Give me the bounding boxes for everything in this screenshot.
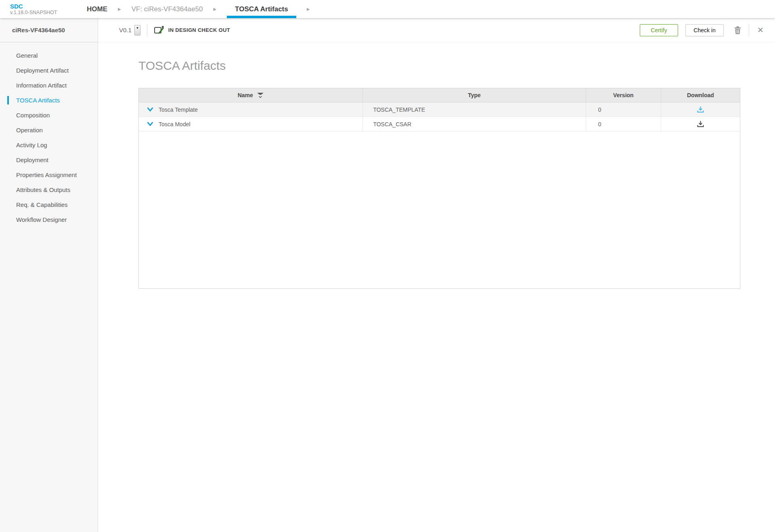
breadcrumb-tosca-artifacts[interactable]: TOSCA Artifacts — [227, 0, 296, 18]
sidebar-item-req-capabilities[interactable]: Req. & Capabilities — [0, 197, 98, 212]
breadcrumb-active-label: TOSCA Artifacts — [235, 5, 288, 13]
artifact-download-cell — [661, 102, 740, 117]
expand-chevron-icon[interactable] — [147, 107, 153, 112]
expand-chevron-icon[interactable] — [147, 122, 153, 127]
download-icon[interactable] — [697, 106, 704, 113]
sub-header: ciRes-VF4364ae50 V0.1 ▼ IN DESIGN CHECK … — [0, 18, 775, 42]
sdc-logo[interactable]: SDC v.1.16.0-SNAPSHOT — [10, 0, 71, 18]
artifact-download-cell — [661, 117, 740, 131]
sidebar-item-attributes-outputs[interactable]: Attributes & Outputs — [0, 182, 98, 197]
main-content: TOSCA Artifacts Name Type Version Downlo… — [98, 42, 775, 532]
version-toolbar: V0.1 ▼ IN DESIGN CHECK OUT Certify Check… — [98, 18, 775, 42]
in-design-checkout-icon — [154, 25, 164, 35]
stepper-down-icon: ▼ — [136, 25, 139, 31]
table-row[interactable]: Tosca Template TOSCA_TEMPLATE 0 — [139, 102, 740, 117]
column-header-version[interactable]: Version — [586, 88, 661, 102]
tosca-artifacts-table: Name Type Version Download — [138, 88, 740, 289]
breadcrumb-vf[interactable]: VF: ciRes-VF4364ae50 — [132, 0, 203, 18]
sidebar-item-tosca-artifacts[interactable]: TOSCA Artifacts — [0, 93, 98, 108]
version-stepper[interactable]: ▼ — [134, 25, 140, 35]
sidebar: General Deployment Artifact Information … — [0, 42, 98, 532]
sidebar-item-information-artifact[interactable]: Information Artifact — [0, 78, 98, 93]
column-header-download[interactable]: Download — [661, 88, 740, 102]
active-tab-underline — [227, 16, 296, 18]
sidebar-item-deployment[interactable]: Deployment — [0, 152, 98, 167]
delete-icon[interactable] — [733, 24, 742, 36]
artifact-version-cell: 0 — [586, 117, 661, 131]
toolbar-divider — [749, 24, 749, 36]
artifact-type-cell: TOSCA_CSAR — [363, 117, 586, 131]
sdc-version-label: v.1.16.0-SNAPSHOT — [10, 10, 71, 15]
sidebar-item-composition[interactable]: Composition — [0, 108, 98, 123]
artifact-version-cell: 0 — [586, 102, 661, 117]
active-item-marker — [7, 96, 9, 104]
sidebar-item-general[interactable]: General — [0, 48, 98, 63]
download-icon[interactable] — [697, 121, 704, 127]
artifact-name-cell: Tosca Model — [139, 117, 363, 131]
sidebar-item-activity-log[interactable]: Activity Log — [0, 138, 98, 152]
check-in-button[interactable]: Check in — [685, 24, 724, 36]
sidebar-item-deployment-artifact[interactable]: Deployment Artifact — [0, 63, 98, 78]
artifact-name: Tosca Template — [159, 106, 198, 113]
breadcrumb-arrow-icon: ▶ — [118, 0, 121, 18]
version-label: V0.1 — [119, 27, 132, 33]
sidebar-item-operation[interactable]: Operation — [0, 123, 98, 138]
sidebar-item-properties-assignment[interactable]: Properties Assignment — [0, 167, 98, 182]
sidebar-item-workflow-designer[interactable]: Workflow Designer — [0, 212, 98, 227]
table-row[interactable]: Tosca Model TOSCA_CSAR 0 — [139, 117, 740, 131]
table-header-row: Name Type Version Download — [139, 88, 740, 102]
breadcrumb: HOME ▶ VF: ciRes-VF4364ae50 ▶ TOSCA Arti… — [87, 0, 320, 18]
certify-button[interactable]: Certify — [640, 24, 678, 36]
column-header-name[interactable]: Name — [139, 88, 363, 102]
sort-icon — [257, 92, 264, 98]
page-body: General Deployment Artifact Information … — [0, 42, 775, 532]
resource-name-title: ciRes-VF4364ae50 — [0, 18, 98, 42]
artifact-name: Tosca Model — [159, 121, 191, 127]
top-header-bar: SDC v.1.16.0-SNAPSHOT HOME ▶ VF: ciRes-V… — [0, 0, 775, 18]
toolbar-divider — [147, 24, 147, 36]
page-title: TOSCA Artifacts — [138, 58, 740, 73]
sdc-logo-title: SDC — [10, 3, 71, 10]
breadcrumb-home[interactable]: HOME — [87, 0, 107, 18]
close-icon[interactable]: ✕ — [756, 24, 765, 36]
artifact-type-cell: TOSCA_TEMPLATE — [363, 102, 586, 117]
breadcrumb-arrow-icon: ▶ — [213, 0, 216, 18]
lifecycle-state-label: IN DESIGN CHECK OUT — [168, 27, 230, 33]
column-header-type[interactable]: Type — [363, 88, 586, 102]
artifact-name-cell: Tosca Template — [139, 102, 363, 117]
sidebar-item-label: TOSCA Artifacts — [16, 97, 60, 104]
breadcrumb-arrow-icon: ▶ — [307, 0, 310, 18]
